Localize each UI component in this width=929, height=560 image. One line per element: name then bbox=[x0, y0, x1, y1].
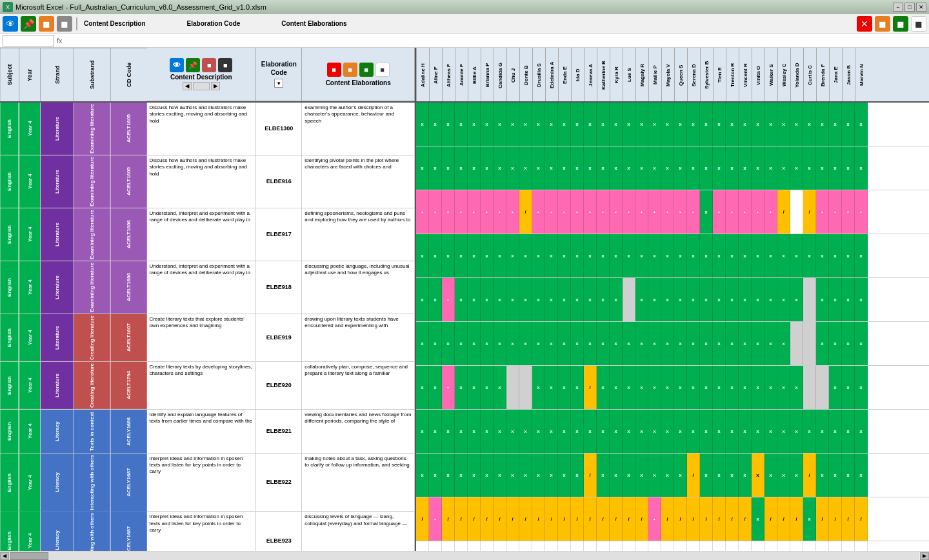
student-data-cell: x bbox=[494, 410, 506, 453]
student-data-cell: x bbox=[519, 103, 532, 146]
student-data-cell: x bbox=[481, 278, 494, 321]
student-data-cell: x bbox=[481, 234, 494, 277]
ribbon: 👁 📌 ◼ ◼ Content Description Elaboration … bbox=[0, 14, 929, 34]
student-header: Chu J bbox=[506, 48, 519, 103]
formula-input[interactable] bbox=[65, 37, 926, 45]
student-data-cell: x bbox=[571, 454, 584, 497]
student-data-cell: x bbox=[558, 322, 571, 365]
name-box[interactable] bbox=[3, 35, 54, 46]
student-data-cell: x bbox=[661, 103, 674, 146]
elab-code-cell: ELBE922 bbox=[256, 454, 302, 512]
student-data-cell: x bbox=[519, 278, 532, 321]
student-header: Jana E bbox=[829, 48, 842, 103]
student-data-cell: x bbox=[752, 278, 764, 321]
student-data-cell: x bbox=[648, 234, 661, 277]
student-data-cell: x bbox=[468, 234, 481, 277]
ribbon-btn-red[interactable]: ✕ bbox=[857, 16, 872, 32]
student-data-cell: x bbox=[584, 410, 597, 453]
student-data-cell: x bbox=[764, 146, 777, 190]
elab-filter[interactable]: ▼ bbox=[274, 79, 283, 88]
student-header: Queen S bbox=[674, 48, 687, 103]
elab-code-cell: ELBE918 bbox=[256, 261, 302, 314]
substrand-cell: Examining literature bbox=[74, 261, 110, 314]
student-data-cell: x bbox=[610, 366, 623, 409]
student-data-cell: x bbox=[842, 322, 855, 365]
student-data-cell bbox=[610, 541, 623, 551]
student-data-cell: x bbox=[635, 278, 648, 321]
content-cell: Create literary texts that explore stude… bbox=[146, 314, 256, 361]
student-data-cell: x bbox=[584, 278, 597, 321]
student-data-cell bbox=[752, 541, 764, 551]
excel-icon: X bbox=[3, 2, 13, 12]
ribbon-btn-white[interactable]: ◼ bbox=[911, 16, 926, 32]
table-row: English Year 4 Literature Examining lite… bbox=[0, 208, 415, 261]
student-data-cell: x bbox=[584, 234, 597, 277]
content-cell: Understand, interpret and experiment wit… bbox=[146, 261, 256, 314]
student-header: Candida G bbox=[494, 48, 506, 103]
student-data-cell: x bbox=[726, 366, 739, 409]
student-data-cell: x bbox=[519, 234, 532, 277]
table-row: xx•xxxxxxxx/xxxxxxxxxxxxxxxxxxx bbox=[416, 366, 929, 410]
ribbon-btn-pin[interactable]: 📌 bbox=[21, 16, 36, 32]
cdcode-cell: ACELY1687 bbox=[110, 512, 147, 551]
student-data-cell: x bbox=[764, 454, 777, 497]
student-data-cell: x bbox=[635, 234, 648, 277]
student-data-cell: x bbox=[700, 322, 713, 365]
student-data-cell: x bbox=[816, 146, 829, 190]
student-data-cell: x bbox=[635, 410, 648, 453]
student-data-cell: / bbox=[777, 190, 790, 234]
student-data-cell: x bbox=[571, 410, 584, 453]
spreadsheet: Subject Year Strand Substrand CD Code 👁 … bbox=[0, 48, 929, 560]
student-data-cell: x bbox=[429, 410, 442, 453]
student-data-cell: x bbox=[610, 454, 623, 497]
student-data-cell: x bbox=[429, 322, 442, 365]
student-data-cell: x bbox=[416, 146, 429, 190]
student-data-cell bbox=[519, 366, 532, 409]
student-data-cell: x bbox=[416, 454, 429, 497]
student-data-cell: x bbox=[494, 146, 506, 190]
table-row: ••••••••/•••••••••••••x•••••//•••• bbox=[416, 190, 929, 234]
student-data-cell: • bbox=[506, 190, 519, 234]
table-row: xxxxxxxxxxxxxxxxxxxxxxxxxxxxxxxxx bbox=[416, 322, 929, 366]
student-data-cell: x bbox=[442, 234, 455, 277]
student-data-cell: x bbox=[519, 454, 532, 497]
student-data-cell: • bbox=[558, 190, 571, 234]
student-data-cell: x bbox=[494, 454, 506, 497]
ribbon-btn-orange[interactable]: ◼ bbox=[39, 16, 54, 32]
student-data-cell: x bbox=[713, 103, 726, 146]
content-elab-cell: making notes about a task, asking questi… bbox=[302, 454, 415, 512]
student-data-cell: / bbox=[687, 454, 700, 497]
table-row: xx•xxxxxxxxxxxxxxxxxxxxxxxxxxxxxx bbox=[416, 278, 929, 322]
student-header: Yolanda D bbox=[790, 48, 803, 103]
student-data-cell: • bbox=[442, 190, 455, 234]
student-data-cell: x bbox=[597, 234, 610, 277]
student-data-cell: x bbox=[764, 103, 777, 146]
student-data-cell: x bbox=[726, 454, 739, 497]
student-data-cell: x bbox=[816, 278, 829, 321]
student-data-cell: x bbox=[790, 103, 803, 146]
grid-area: Subject Year Strand Substrand CD Code 👁 … bbox=[0, 48, 929, 551]
student-data-cell: • bbox=[661, 190, 674, 234]
ribbon-btn-orange2[interactable]: ◼ bbox=[875, 16, 890, 32]
student-data-cell: x bbox=[623, 322, 635, 365]
student-data-cell: x bbox=[726, 322, 739, 365]
ribbon-btn-view[interactable]: 👁 bbox=[3, 16, 18, 32]
student-data-cell: x bbox=[610, 322, 623, 365]
student-data-cell: x bbox=[855, 278, 868, 321]
student-data-cell: x bbox=[429, 366, 442, 409]
table-row: xxxxxxxxxxxxx/xxxxxxx/xxxxxxxx/xxxx bbox=[416, 454, 929, 497]
close-button[interactable]: ✕ bbox=[916, 3, 926, 12]
hscroll-bar[interactable]: ◀ ▶ bbox=[0, 551, 929, 560]
student-data-cell: / bbox=[713, 497, 726, 541]
student-data-cell: x bbox=[494, 366, 506, 409]
ribbon-btn-green2[interactable]: ◼ bbox=[893, 16, 908, 32]
student-data-cell: x bbox=[532, 146, 545, 190]
student-header: Donte B bbox=[519, 48, 532, 103]
table-row: English Year 4 Literacy Interacting with… bbox=[0, 512, 415, 551]
minimize-button[interactable]: − bbox=[893, 3, 903, 12]
student-data-cell: / bbox=[726, 497, 739, 541]
student-data-cell bbox=[506, 541, 519, 551]
ribbon-btn-gray[interactable]: ◼ bbox=[57, 16, 72, 32]
strand-cell: Literature bbox=[40, 362, 74, 409]
maximize-button[interactable]: □ bbox=[904, 3, 915, 12]
